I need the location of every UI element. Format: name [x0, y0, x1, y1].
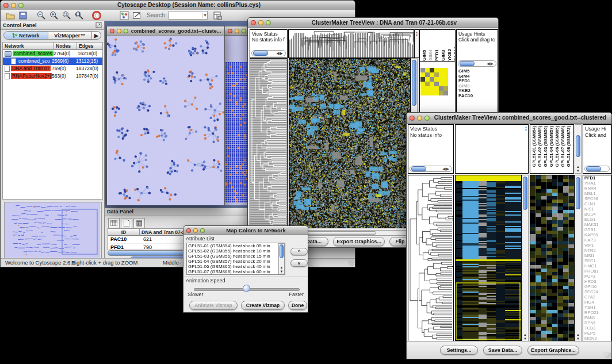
float-panel-icon[interactable] [95, 20, 102, 30]
maximize-button[interactable] [200, 228, 205, 233]
gene-item[interactable]: ELG1 [583, 217, 611, 222]
maximize-button[interactable] [242, 29, 246, 33]
annotation-icon[interactable] [132, 10, 142, 21]
column-header-network[interactable]: Network [3, 43, 54, 50]
gene-item[interactable]: HAP3 [583, 237, 611, 243]
gene-item[interactable]: CLN1 [583, 201, 611, 206]
matrix-cell[interactable] [425, 77, 430, 82]
gene-item[interactable]: MAK31 [583, 222, 611, 227]
matrix-cell[interactable] [420, 86, 425, 91]
network-window-b-titlebar[interactable] [225, 26, 250, 36]
matrix-cell[interactable] [439, 86, 443, 91]
treeview2-titlebar[interactable]: ClusterMaker TreeView : combined_scores_… [407, 113, 611, 124]
tv2-export-graphics-button[interactable]: Export Graphics... [527, 346, 579, 355]
matrix-cell[interactable] [420, 82, 425, 86]
scroll-arrows-icon[interactable]: ▲▼ [279, 266, 284, 274]
matrix-cell[interactable] [420, 77, 425, 82]
tv1-row-dendrogram-panel[interactable] [250, 58, 288, 228]
gene-item[interactable]: MSL1 [583, 191, 611, 196]
tv1-status-hscrollbar[interactable]: ◀▶ [251, 50, 286, 56]
scroll-arrows-icon[interactable]: ◀▶ [276, 51, 285, 56]
done-button[interactable]: Done [288, 301, 307, 310]
delete-attribute-trash-icon[interactable] [133, 218, 145, 228]
gene-item[interactable]: PEP5 [583, 331, 611, 336]
matrix-cell[interactable] [430, 68, 434, 72]
close-button[interactable] [186, 228, 191, 233]
save-button[interactable] [18, 10, 28, 21]
maximize-button[interactable] [266, 20, 271, 25]
search-input[interactable]: ▾ [169, 11, 208, 20]
matrix-cell[interactable] [443, 82, 448, 86]
tv2-global-heatmap-panel[interactable] [455, 175, 522, 342]
scroll-arrows-icon[interactable]: ◀▶ [442, 167, 452, 171]
main-titlebar[interactable]: Cytoscape Desktop (Session Name: collins… [1, 1, 355, 10]
network-window-a-titlebar[interactable]: combined_scores_good.txt--cluste... [107, 26, 224, 36]
matrix-cell[interactable] [420, 68, 425, 72]
scroll-arrows-icon[interactable]: ▲▼ [575, 333, 581, 341]
gene-item[interactable]: MSI1 [583, 253, 611, 258]
matrix-cell[interactable] [420, 91, 425, 95]
maximize-button[interactable] [124, 29, 128, 33]
tv2-hints-hscrollbar[interactable] [584, 166, 610, 172]
matrix-cell[interactable] [443, 86, 448, 91]
tv1-similarity-matrix[interactable] [420, 68, 448, 95]
matrix-cell[interactable] [434, 68, 439, 72]
network-row[interactable]: RNAPuberNov2+|563(0)107847(0) [3, 72, 102, 80]
treeview1-titlebar[interactable]: ClusterMaker TreeView : DNA and Tran 07-… [248, 18, 498, 28]
gene-item[interactable]: MON2 [583, 336, 611, 341]
close-button[interactable] [410, 116, 415, 121]
matrix-cell[interactable] [439, 82, 443, 86]
matrix-cell[interactable] [425, 86, 430, 91]
tv2-global-heatmap-canvas[interactable] [456, 175, 521, 341]
close-button[interactable] [110, 29, 114, 33]
gene-item[interactable]: VIP1 [583, 243, 611, 248]
tv1-export-graphics-button[interactable]: Export Graphics... [333, 237, 385, 246]
speed-slider-thumb[interactable] [243, 285, 250, 292]
resize-grip[interactable] [348, 260, 354, 266]
scroll-arrows-icon[interactable]: ▲▼ [575, 165, 581, 173]
gene-item[interactable]: GTB1 [583, 227, 611, 232]
gene-item[interactable]: BUD4 [583, 212, 611, 217]
open-file-button[interactable] [5, 10, 16, 21]
zoom-fit-icon[interactable] [74, 10, 85, 21]
matrix-cell[interactable] [443, 91, 448, 95]
close-button[interactable] [3, 3, 9, 8]
zoom-in-icon[interactable] [49, 10, 59, 21]
tv2-column-dendrogram-panel[interactable]: ▲▼ [455, 124, 529, 174]
attribute-listbox[interactable]: GPL51-01 (GSM854) heat shock 05 minGPL51… [186, 243, 285, 275]
splitter-arrows-icon[interactable]: ▲▼ [415, 30, 419, 37]
splitter-arrows-icon[interactable]: ▲▼ [525, 126, 527, 132]
maximize-button[interactable] [424, 116, 430, 121]
network-row[interactable]: combined_sco2569(6)13112(15) [3, 58, 102, 65]
matrix-cell[interactable] [443, 72, 448, 77]
network-canvas-a[interactable] [107, 36, 224, 205]
data-column-id[interactable]: ID [108, 229, 140, 236]
gene-item[interactable]: RPO21 [583, 310, 611, 315]
gene-item[interactable]: SPC98 [583, 196, 611, 201]
minimize-button[interactable] [258, 20, 263, 25]
tv1-hints-hscrollbar[interactable]: ◀▶ [458, 60, 496, 67]
gene-item[interactable]: NIS1 [583, 206, 611, 212]
tv2-zoom-vscrollbar[interactable]: ▲▼ [575, 175, 582, 342]
network-overview-canvas[interactable] [5, 202, 100, 258]
tv2-labels-vscrollbar[interactable]: ▲▼ [575, 124, 582, 174]
resize-grip[interactable] [605, 352, 611, 358]
matrix-cell[interactable] [439, 72, 443, 77]
gene-item[interactable]: YRA1 [583, 181, 611, 186]
dialog-titlebar[interactable]: Map Colors to Network [183, 226, 308, 235]
column-header-nodes[interactable]: Nodes [54, 43, 77, 50]
matrix-cell[interactable] [434, 91, 439, 95]
gene-item[interactable]: HRD3 [583, 279, 611, 284]
tv1-heatmap-canvas[interactable] [289, 59, 410, 228]
matrix-cell[interactable] [434, 72, 439, 77]
zoom-selected-icon[interactable] [62, 10, 72, 21]
matrix-cell[interactable] [430, 91, 434, 95]
scroll-arrows-icon[interactable]: ◀▶ [487, 62, 496, 66]
matrix-cell[interactable] [443, 77, 448, 82]
vizmapper-icon[interactable] [119, 10, 129, 21]
gene-item[interactable]: PHO81 [583, 269, 611, 274]
matrix-cell[interactable] [425, 68, 430, 72]
gene-item[interactable]: FIG4 [583, 300, 611, 305]
matrix-cell[interactable] [420, 72, 425, 77]
gene-item[interactable]: PFD1 [583, 175, 611, 181]
